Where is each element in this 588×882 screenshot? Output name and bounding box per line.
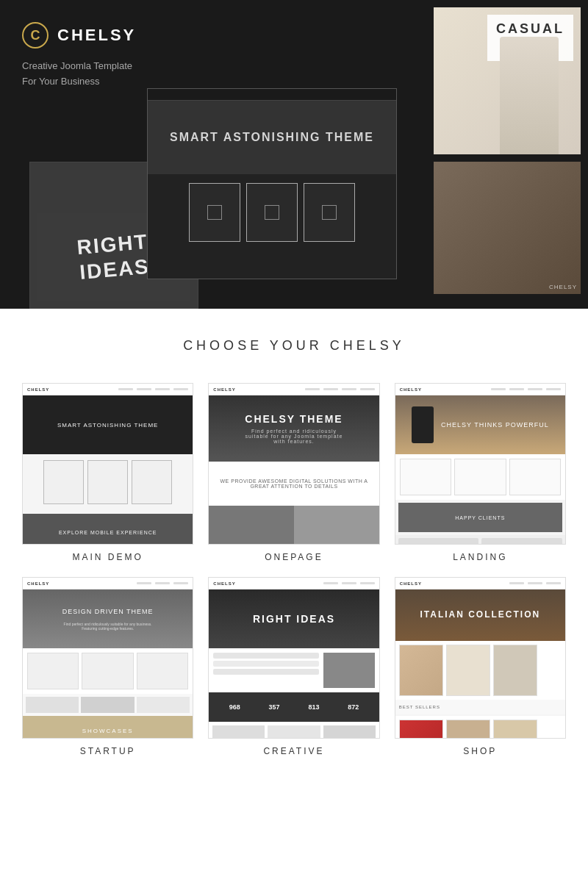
thumb-nav-main: CHELSY: [23, 384, 193, 395]
hero-left-text: RIGHTIDEAS: [76, 229, 152, 284]
thumb-product-person1: [446, 645, 490, 696]
demo-thumb-landing[interactable]: CHELSY CHELSY THINKS POWERFUL: [395, 383, 566, 545]
thumb-startup-service-2: [82, 653, 133, 689]
thumb-card-3: [132, 460, 172, 504]
hero-logo-area: C CHELSY: [22, 22, 136, 49]
demo-item-startup[interactable]: CHELSY DESIGN DRIVEN THEME Find perfect …: [22, 577, 193, 756]
hero-center-screenshot: SMART ASTONISHING THEME: [147, 88, 397, 279]
thumb-shop-products: [395, 641, 565, 700]
hero-section: C CHELSY Creative Joomla Template For Yo…: [0, 0, 588, 309]
thumb-feature-card-3: [509, 459, 561, 495]
demo-item-shop[interactable]: CHELSY ITALIAN COLLECTION BEST S: [395, 577, 566, 756]
thumb-card-1: [43, 460, 84, 504]
thumb-product-person3: [493, 720, 537, 739]
demo-item-landing[interactable]: CHELSY CHELSY THINKS POWERFUL: [395, 383, 566, 562]
demo-thumb-onepage[interactable]: CHELSY CHELSY THEME Find perfect and rid…: [208, 383, 379, 545]
thumb-onepage-service: WE PROVIDE AWESOME DIGITAL SOLUTIONS WIT…: [209, 462, 379, 506]
demo-item-creative[interactable]: CHELSY RIGHT IDEAS: [208, 577, 379, 756]
demo-label-landing: LANDING: [453, 552, 507, 562]
thumb-creative-about: [209, 648, 379, 692]
thumb-startup-showcase: SHOWCASES: [23, 716, 193, 739]
hero-subtitle: Creative Joomla Template For Your Busine…: [22, 59, 132, 90]
hero-card-3: [304, 183, 355, 242]
thumb-product-handbag: [446, 720, 490, 739]
demo-item-main[interactable]: CHELSY SMART ASTONISHING THEME: [22, 383, 193, 562]
thumb-startup-service-1: [27, 653, 79, 689]
thumb-startup-service-3: [137, 653, 188, 689]
thumb-nav-shop: CHELSY: [395, 578, 565, 589]
thumb-shop-bestseller: BEST SELLERS: [395, 700, 565, 714]
demo-item-onepage[interactable]: CHELSY CHELSY THEME Find perfect and rid…: [208, 383, 379, 562]
demo-label-onepage: ONEPAGE: [265, 552, 323, 562]
thumb-stat-1: 968: [229, 703, 240, 711]
thumb-feature-card-1: [400, 459, 451, 495]
thumb-nav-onepage: CHELSY: [209, 384, 379, 395]
hero-card-1: [189, 183, 240, 242]
thumb-onepage-img-left: [209, 506, 294, 545]
thumb-creative-img: [323, 653, 375, 688]
hero-right-bottom-screenshot: CHELSY: [434, 162, 581, 294]
thumb-shop-hero: ITALIAN COLLECTION: [395, 589, 565, 641]
demo-label-startup: STARTUP: [80, 746, 136, 756]
thumb-onepage-hero: CHELSY THEME Find perfect and ridiculous…: [209, 395, 379, 462]
thumb-landing-cards: [395, 454, 565, 500]
demo-thumb-shop[interactable]: CHELSY ITALIAN COLLECTION BEST S: [395, 577, 566, 739]
main-content: CHOOSE YOUR CHELSY CHELSY SMART ASTONISH…: [0, 309, 588, 786]
thumb-onepage-img-right: [294, 506, 379, 545]
demo-label-main: MAIN DEMO: [72, 552, 143, 562]
thumb-landing-hero: CHELSY THINKS POWERFUL: [395, 395, 565, 454]
thumb-stat-3: 813: [308, 703, 319, 711]
hero-center-cards: [148, 174, 396, 251]
hero-card-2: [246, 183, 298, 242]
thumb-nav-startup: CHELSY: [23, 578, 193, 589]
thumb-startup-hero: DESIGN DRIVEN THEME Find perfect and rid…: [23, 589, 193, 648]
thumb-landing-device: [412, 406, 434, 443]
demo-label-shop: SHOP: [463, 746, 497, 756]
thumb-nav-creative: CHELSY: [209, 578, 379, 589]
thumb-product-person2: [493, 645, 537, 696]
thumb-creative-hero: RIGHT IDEAS: [209, 589, 379, 648]
thumb-stat-4: 872: [348, 703, 359, 711]
logo-text: CHELSY: [57, 26, 136, 45]
hero-center-top: SMART ASTONISHING THEME: [148, 101, 396, 174]
thumb-main-cards: [23, 454, 193, 510]
demo-grid: CHELSY SMART ASTONISHING THEME: [22, 383, 566, 756]
logo-icon: C: [22, 22, 49, 49]
section-title: CHOOSE YOUR CHELSY: [22, 338, 566, 354]
thumb-landing-cta: HAPPY CLIENTS: [398, 503, 562, 532]
thumb-startup-portfolio: [23, 694, 193, 716]
hero-right-top-screenshot: CASUALSUITS: [434, 7, 581, 154]
thumb-card-2: [87, 460, 128, 504]
thumb-creative-portfolio: [209, 722, 379, 739]
thumb-nav-landing: CHELSY: [395, 384, 565, 395]
thumb-feature-card-2: [454, 459, 506, 495]
thumb-creative-stats: 968 357 813 872: [209, 692, 379, 722]
thumb-product-shoes: [399, 720, 443, 739]
thumb-main-top: SMART ASTONISHING THEME: [23, 395, 193, 454]
demo-thumb-creative[interactable]: CHELSY RIGHT IDEAS: [208, 577, 379, 739]
demo-label-creative: CREATIVE: [263, 746, 324, 756]
thumb-shop-bestsellers-row: [395, 716, 565, 739]
demo-thumb-startup[interactable]: CHELSY DESIGN DRIVEN THEME Find perfect …: [22, 577, 193, 739]
thumb-onepage-images: [209, 506, 379, 545]
thumb-startup-services: [23, 648, 193, 694]
thumb-landing-bottom: [395, 535, 565, 545]
thumb-stat-2: 357: [269, 703, 280, 711]
thumb-product-bag: [399, 645, 443, 696]
thumb-main-bottom: EXPLORE MOBILE EXPERIENCE: [23, 514, 193, 545]
demo-thumb-main[interactable]: CHELSY SMART ASTONISHING THEME: [22, 383, 193, 545]
